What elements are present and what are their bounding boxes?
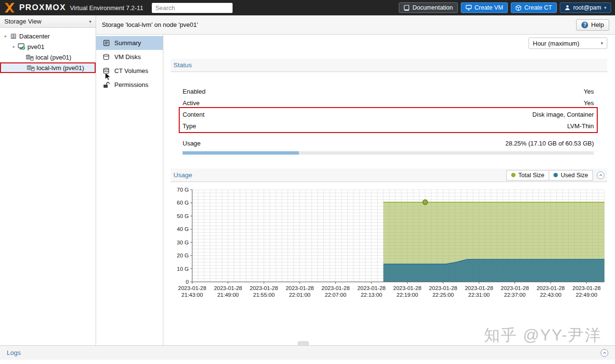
- svg-text:22:13:00: 22:13:00: [361, 292, 382, 298]
- tab-ct-volumes[interactable]: CT Volumes: [96, 64, 163, 78]
- tab-vm-disks[interactable]: VM Disks: [96, 50, 163, 64]
- svg-text:2023-01-28: 2023-01-28: [501, 285, 529, 291]
- status-row-value: Yes: [584, 99, 594, 107]
- svg-text:20 G: 20 G: [177, 253, 189, 258]
- top-header: PROXMOX Virtual Environment 7.2-11 Docum…: [0, 0, 615, 15]
- page-title: Storage 'local-lvm' on node 'pve01': [102, 21, 198, 28]
- svg-text:60 G: 60 G: [177, 200, 189, 206]
- tree-item-label: local-lvm (pve01): [37, 64, 84, 72]
- svg-text:22:43:00: 22:43:00: [540, 292, 562, 298]
- time-range-select[interactable]: Hour (maximum) ▾: [529, 37, 607, 49]
- user-menu-button[interactable]: root@pam ▾: [560, 2, 611, 13]
- tab-label: Summary: [114, 39, 141, 47]
- chevron-down-icon: ▾: [89, 19, 91, 24]
- tree-item-label: Datacenter: [19, 33, 50, 40]
- tree-item-datacenter[interactable]: ▸Datacenter: [0, 31, 96, 41]
- panel-splitter-handle[interactable]: [298, 341, 308, 345]
- svg-text:2023-01-28: 2023-01-28: [465, 285, 493, 291]
- svg-text:21:43:00: 21:43:00: [182, 292, 203, 298]
- svg-text:2023-01-28: 2023-01-28: [285, 285, 314, 291]
- tree-item-label: local (pve01): [36, 54, 71, 61]
- collapse-logs-button[interactable]: [601, 349, 608, 357]
- svg-text:2023-01-28: 2023-01-28: [429, 285, 457, 291]
- help-button[interactable]: ? Help: [576, 19, 609, 31]
- svg-text:2023-01-28: 2023-01-28: [393, 285, 421, 291]
- legend-item-total-size[interactable]: Total Size: [506, 170, 549, 181]
- svg-text:21:55:00: 21:55:00: [253, 292, 275, 298]
- resource-tree-sidebar: Storage View ▾ ▸Datacenter▸pve01local (p…: [0, 15, 96, 345]
- status-row-label: Usage: [183, 140, 201, 147]
- tab-summary[interactable]: Summary: [96, 36, 163, 50]
- collapse-panel-button[interactable]: [597, 171, 604, 179]
- status-row-value: Disk image, Container: [532, 111, 594, 118]
- legend-item-used-size[interactable]: Used Size: [549, 170, 593, 181]
- tab-label: CT Volumes: [114, 67, 148, 74]
- book-icon: [404, 5, 409, 11]
- status-row-label: Active: [183, 99, 199, 107]
- legend-label: Used Size: [561, 172, 588, 179]
- svg-text:40 G: 40 G: [177, 226, 189, 232]
- svg-text:22:31:00: 22:31:00: [468, 292, 490, 298]
- summary-icon: [102, 40, 110, 46]
- svg-text:10 G: 10 G: [177, 266, 189, 272]
- tab-label: Permissions: [114, 81, 148, 88]
- storage-icon: [25, 54, 34, 61]
- usage-chart-container: 70 G60 G50 G40 G30 G20 G10 G02023-01-282…: [173, 185, 605, 305]
- disks-icon: [102, 54, 110, 60]
- usage-progress-bar: [183, 151, 594, 155]
- svg-text:70 G: 70 G: [177, 187, 189, 193]
- storage-icon: [26, 65, 35, 71]
- user-icon: [565, 5, 570, 11]
- chevron-down-icon: ▾: [604, 5, 606, 10]
- search-input[interactable]: [152, 3, 233, 13]
- create-vm-button[interactable]: Create VM: [461, 2, 508, 13]
- main-content: Hour (maximum) ▾ Status EnabledYesActive…: [163, 35, 615, 345]
- documentation-button[interactable]: Documentation: [399, 2, 457, 13]
- svg-text:22:37:00: 22:37:00: [504, 292, 526, 298]
- expander-icon[interactable]: ▸: [11, 44, 17, 49]
- svg-text:22:25:00: 22:25:00: [432, 292, 454, 298]
- svg-text:22:07:00: 22:07:00: [325, 292, 346, 298]
- usage-progress-fill: [183, 151, 299, 155]
- legend-dot-icon: [554, 173, 558, 177]
- legend-dot-icon: [511, 173, 516, 177]
- tree-item-pve01[interactable]: ▸pve01: [0, 41, 96, 52]
- status-panel: Status EnabledYesActiveYesContentDisk im…: [171, 59, 607, 160]
- usage-panel-header: Usage Total SizeUsed Size: [171, 169, 607, 182]
- create-ct-button[interactable]: Create CT: [511, 2, 557, 13]
- logs-bar[interactable]: Logs: [0, 345, 615, 360]
- svg-text:0: 0: [186, 279, 189, 285]
- tree-item-local-lvm-pve01[interactable]: local-lvm (pve01): [0, 62, 96, 73]
- environment-version: Virtual Environment 7.2-11: [70, 4, 143, 12]
- usage-title: Usage: [173, 171, 192, 179]
- server-icon: [9, 33, 18, 39]
- svg-text:2023-01-28: 2023-01-28: [537, 285, 565, 291]
- volumes-icon: [102, 68, 110, 74]
- logs-title: Logs: [7, 349, 21, 356]
- chevron-up-icon: [599, 174, 603, 176]
- status-row-value: LVM-Thin: [567, 122, 594, 130]
- expander-icon[interactable]: ▸: [3, 34, 9, 38]
- storage-subnav: SummaryVM DisksCT VolumesPermissions: [96, 35, 163, 345]
- monitor-icon: [466, 5, 472, 11]
- proxmox-logo-icon: [4, 2, 15, 13]
- tree-item-label: pve01: [27, 43, 44, 50]
- status-row-label: Enabled: [183, 88, 206, 95]
- status-row-content: ContentDisk image, Container: [171, 109, 607, 120]
- svg-text:2023-01-28: 2023-01-28: [178, 285, 207, 291]
- view-selector[interactable]: Storage View ▾: [0, 15, 96, 28]
- legend-label: Total Size: [518, 172, 544, 179]
- status-row-usage: Usage28.25% (17.10 GB of 60.53 GB): [171, 137, 607, 149]
- status-rows: EnabledYesActiveYesContentDisk image, Co…: [171, 72, 607, 155]
- tree-item-local-pve01[interactable]: local (pve01): [0, 52, 96, 62]
- svg-text:50 G: 50 G: [177, 213, 189, 219]
- help-icon: ?: [581, 22, 588, 28]
- status-row-enabled: EnabledYes: [171, 85, 607, 97]
- svg-text:2023-01-28: 2023-01-28: [250, 285, 278, 291]
- header-buttons: Documentation Create VM Create CT root@p…: [399, 2, 611, 13]
- tab-permissions[interactable]: Permissions: [96, 78, 163, 92]
- brand-name: PROXMOX: [19, 3, 66, 12]
- svg-text:30 G: 30 G: [177, 240, 189, 245]
- status-row-label: Content: [183, 111, 205, 118]
- svg-text:2023-01-28: 2023-01-28: [357, 285, 386, 291]
